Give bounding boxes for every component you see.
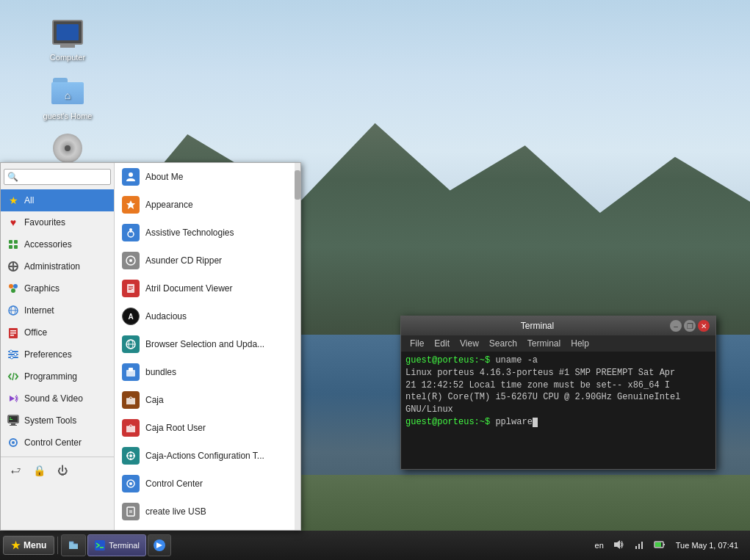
- category-office-label: Office: [24, 327, 47, 338]
- app-create-live-usb[interactable]: create live USB: [115, 498, 300, 526]
- app-caja-actions[interactable]: Caja-Actions Configuration T...: [115, 442, 300, 470]
- app-asunder-label: Asunder CD Ripper: [145, 255, 222, 266]
- tray-battery[interactable]: [651, 537, 668, 553]
- lock-button[interactable]: 🔒: [30, 462, 48, 479]
- app-caja[interactable]: Caja: [115, 386, 300, 414]
- caja-root-icon: [122, 419, 140, 437]
- menu-categories-panel: 🔍 ✕ ★ All ♥ Favourites Accessories Admin…: [1, 163, 115, 530]
- category-internet-label: Internet: [24, 305, 54, 316]
- category-preferences[interactable]: Preferences: [1, 343, 114, 366]
- category-accessories[interactable]: Accessories: [1, 233, 114, 255]
- app-dconf-editor[interactable]: dconf Editor: [115, 526, 300, 530]
- svg-rect-2: [9, 245, 12, 249]
- taskbar-terminal-button[interactable]: Terminal: [87, 534, 146, 556]
- taskbar-terminal-label: Terminal: [109, 541, 140, 550]
- taskbar-files-button[interactable]: [61, 534, 86, 556]
- menu-button[interactable]: ★ Menu: [3, 536, 54, 555]
- start-menu: 🔍 ✕ ★ All ♥ Favourites Accessories Admin…: [0, 162, 301, 531]
- terminal-close-button[interactable]: ✕: [698, 320, 710, 332]
- porteus-icon: [153, 539, 166, 552]
- svg-rect-9: [15, 266, 18, 267]
- logout-button[interactable]: ⮐: [7, 462, 24, 479]
- assistive-icon: [122, 224, 140, 241]
- app-create-live-usb-label: create live USB: [145, 506, 206, 517]
- tray-volume[interactable]: [610, 537, 627, 553]
- app-bundles[interactable]: bundles: [115, 358, 300, 386]
- tray-language[interactable]: en: [592, 539, 607, 551]
- category-office[interactable]: Office: [1, 321, 114, 343]
- app-bundles-label: bundles: [145, 367, 176, 377]
- svg-rect-46: [129, 289, 131, 290]
- svg-rect-8: [9, 266, 12, 267]
- category-sound-video[interactable]: Sound & Video: [1, 388, 114, 410]
- taskbar-clock[interactable]: Tue May 1, 07:41: [671, 539, 743, 551]
- terminal-line-2: Linux porteus 4.16.3-porteus #1 SMP PREE…: [405, 367, 711, 379]
- app-control-center[interactable]: Control Center: [115, 470, 300, 498]
- app-appearance[interactable]: Appearance: [115, 191, 300, 219]
- terminal-cmd-2: pplware: [490, 417, 533, 427]
- terminal-menu-edit[interactable]: Edit: [430, 337, 454, 350]
- svg-point-24: [14, 353, 17, 356]
- app-caja-root[interactable]: Caja Root User: [115, 414, 300, 442]
- category-preferences-label: Preferences: [24, 349, 72, 360]
- svg-rect-51: [129, 368, 133, 371]
- terminal-menu-search[interactable]: Search: [485, 337, 522, 350]
- terminal-titlebar: Terminal – ❐ ✕: [401, 316, 715, 335]
- category-administration[interactable]: Administration: [1, 255, 114, 277]
- caja-icon: [122, 391, 140, 409]
- terminal-minimize-button[interactable]: –: [670, 320, 682, 332]
- app-audacious-label: Audacious: [145, 311, 187, 321]
- app-assistive-label: Assistive Technologies: [145, 228, 234, 238]
- tray-network[interactable]: [630, 537, 648, 553]
- terminal-menu-help[interactable]: Help: [566, 337, 594, 350]
- svg-rect-7: [12, 268, 14, 271]
- scrollbar-thumb[interactable]: [295, 170, 300, 200]
- terminal-menu-file[interactable]: File: [405, 337, 428, 350]
- svg-marker-69: [614, 540, 620, 549]
- terminal-content[interactable]: guest@porteus:~$ uname -a Linux porteus …: [401, 352, 715, 469]
- app-browser-selection[interactable]: Browser Selection and Upda...: [115, 330, 300, 358]
- app-asunder[interactable]: Asunder CD Ripper: [115, 247, 300, 274]
- menu-search-box[interactable]: 🔍 ✕: [4, 169, 111, 185]
- terminal-maximize-button[interactable]: ❐: [684, 320, 696, 332]
- svg-point-59: [129, 482, 132, 485]
- system-tools-icon: [7, 414, 20, 427]
- category-internet[interactable]: Internet: [1, 299, 114, 321]
- terminal-menubar: File Edit View Search Terminal Help: [401, 335, 715, 352]
- terminal-menu-terminal[interactable]: Terminal: [523, 337, 565, 350]
- app-assistive-technologies[interactable]: Assistive Technologies: [115, 219, 300, 247]
- app-caja-root-label: Caja Root User: [145, 423, 206, 433]
- all-icon: ★: [7, 194, 20, 207]
- power-button[interactable]: ⏻: [54, 462, 71, 479]
- terminal-menu-view[interactable]: View: [455, 337, 483, 350]
- category-control-center[interactable]: Control Center: [1, 432, 114, 454]
- desktop-icon-computer[interactable]: Computer: [38, 15, 97, 62]
- app-about-me[interactable]: About Me: [115, 163, 300, 191]
- app-caja-actions-label: Caja-Actions Configuration T...: [145, 451, 264, 461]
- computer-icon-graphic: [50, 15, 85, 50]
- app-control-center-label: Control Center: [145, 479, 203, 489]
- category-all[interactable]: ★ All: [1, 189, 114, 211]
- internet-icon: [7, 304, 20, 317]
- about-me-icon: [122, 168, 140, 186]
- app-atril[interactable]: Atril Document Viewer: [115, 274, 300, 302]
- category-programming[interactable]: Programming: [1, 366, 114, 388]
- svg-rect-19: [10, 335, 14, 336]
- category-graphics[interactable]: Graphics: [1, 277, 114, 299]
- category-system-tools[interactable]: System Tools: [1, 410, 114, 432]
- svg-rect-17: [10, 330, 16, 332]
- browser-selection-icon: [122, 335, 140, 353]
- terminal-line-5: GNU/Linux: [405, 404, 711, 416]
- desktop-icon-home[interactable]: ⌂ guest's Home: [38, 73, 97, 120]
- app-audacious[interactable]: A Audacious: [115, 302, 300, 330]
- taskbar-porteus-button[interactable]: [148, 534, 171, 556]
- terminal-title: Terminal: [407, 321, 668, 331]
- svg-rect-72: [641, 542, 643, 549]
- svg-line-26: [12, 373, 14, 380]
- app-about-me-label: About Me: [145, 172, 183, 182]
- category-favourites[interactable]: ♥ Favourites: [1, 211, 114, 233]
- scrollbar-track[interactable]: [295, 163, 300, 530]
- svg-point-36: [129, 172, 133, 177]
- terminal-line-4: ntel(R) Core(TM) i5-6267U CPU @ 2.90GHz …: [405, 391, 711, 404]
- svg-point-25: [10, 356, 13, 359]
